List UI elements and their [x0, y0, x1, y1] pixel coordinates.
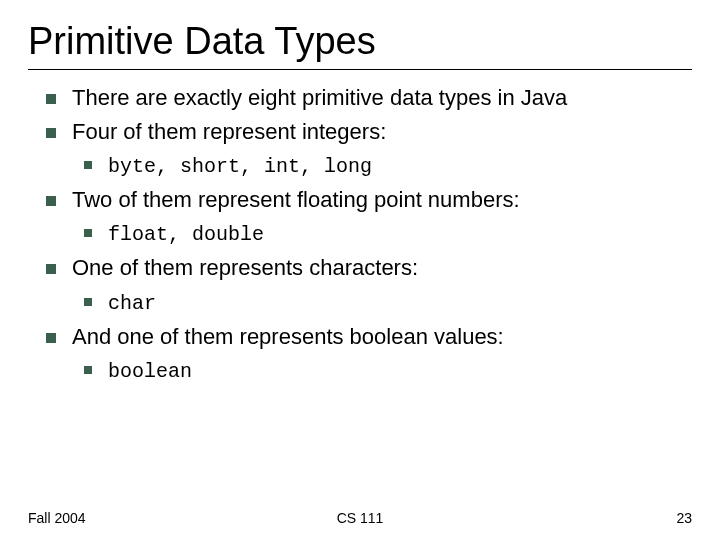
list-item: There are exactly eight primitive data t…	[28, 84, 692, 112]
code-text: float, double	[108, 223, 264, 246]
footer: Fall 2004 CS 111 23	[28, 510, 692, 526]
sub-list-item: byte, short, int, long	[72, 152, 692, 180]
sub-list-item: float, double	[72, 220, 692, 248]
title-rule	[28, 69, 692, 70]
list-item: Four of them represent integers: byte, s…	[28, 118, 692, 180]
list-item: Two of them represent floating point num…	[28, 186, 692, 248]
list-item: One of them represents characters: char	[28, 254, 692, 316]
bullet-text: And one of them represents boolean value…	[72, 324, 504, 349]
code-text: boolean	[108, 360, 192, 383]
bullet-text: Four of them represent integers:	[72, 119, 386, 144]
footer-left: Fall 2004	[28, 510, 86, 526]
sub-list: char	[72, 289, 692, 317]
bullet-text: There are exactly eight primitive data t…	[72, 85, 567, 110]
code-text: byte, short, int, long	[108, 155, 372, 178]
bullet-text: Two of them represent floating point num…	[72, 187, 520, 212]
list-item: And one of them represents boolean value…	[28, 323, 692, 385]
slide: Primitive Data Types There are exactly e…	[0, 0, 720, 540]
sub-list: float, double	[72, 220, 692, 248]
bullet-list: There are exactly eight primitive data t…	[28, 84, 692, 385]
sub-list: byte, short, int, long	[72, 152, 692, 180]
sub-list: boolean	[72, 357, 692, 385]
bullet-text: One of them represents characters:	[72, 255, 418, 280]
sub-list-item: boolean	[72, 357, 692, 385]
sub-list-item: char	[72, 289, 692, 317]
slide-title: Primitive Data Types	[28, 20, 692, 63]
footer-center: CS 111	[28, 510, 692, 526]
code-text: char	[108, 292, 156, 315]
footer-right: 23	[676, 510, 692, 526]
